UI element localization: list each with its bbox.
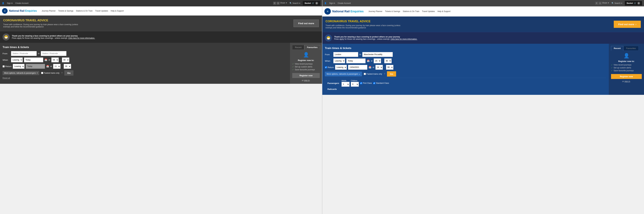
left-twitter-icon[interactable]: t (277, 2, 280, 5)
right-nav-journey-planner[interactable]: Journey Planner (368, 10, 382, 13)
left-return-hour-select[interactable]: 11 (53, 64, 60, 69)
left-search-label[interactable]: Search (292, 2, 299, 4)
left-search-chevron: ▾ (299, 2, 300, 4)
left-signin-link[interactable]: Sign in (7, 2, 13, 4)
right-fastest-help-icon[interactable]: ? (384, 73, 385, 75)
left-return-select[interactable]: Leaving Arriving (13, 64, 24, 69)
right-return-select[interactable]: Leaving Arriving (335, 65, 347, 70)
right-to-input[interactable] (362, 52, 393, 57)
right-register-icon: 👤 (611, 53, 642, 59)
left-when-select[interactable]: Leaving Arriving (11, 58, 23, 62)
right-face-link[interactable]: Click here for more information. (390, 38, 417, 40)
right-min-select[interactable]: 30 (384, 59, 392, 63)
right-check-icon-3: ✓ (611, 70, 613, 72)
left-nav-help[interactable]: Help & Support (111, 10, 124, 12)
left-main-content: Train times & tickets From to When Leavi… (0, 43, 322, 84)
right-twitter-icon[interactable]: t (599, 2, 602, 5)
right-standard-class-checkbox[interactable] (373, 82, 375, 84)
right-nav-stations[interactable]: Stations & On Train (403, 10, 419, 13)
left-hour-select[interactable]: 09 (51, 58, 59, 62)
left-min-select[interactable]: 00 (62, 58, 69, 62)
right-return-calendar-icon[interactable]: 📅 (368, 66, 371, 69)
left-facebook-icon[interactable]: f (273, 2, 276, 5)
right-from-input[interactable] (333, 52, 358, 57)
left-nav-travel-updates[interactable]: Travel Updates (95, 10, 108, 12)
right-return-colon: : (384, 66, 385, 69)
left-return-checkbox[interactable] (2, 65, 5, 67)
right-create-account-link[interactable]: Create Account (338, 2, 351, 4)
right-facebook-icon[interactable]: f (595, 2, 598, 5)
left-return-colon: : (62, 65, 62, 68)
left-tab-recent[interactable]: Recent (292, 45, 304, 50)
right-return-date[interactable] (348, 65, 367, 70)
left-find-out-btn[interactable]: Find out more (294, 20, 319, 27)
left-fastest-label[interactable]: Fastest trains only (41, 72, 59, 74)
right-tab-favourites[interactable]: Favourites (623, 46, 638, 51)
right-standard-class-label[interactable]: Standard Class (373, 82, 389, 84)
right-share-label[interactable]: Share (602, 2, 607, 5)
right-more-options-btn[interactable]: More options, railcards & passengers ▴ (325, 72, 362, 76)
right-basket-btn[interactable]: Basket 🛒 0 (625, 1, 642, 6)
right-fastest-label[interactable]: Fastest trains only (364, 73, 382, 75)
right-nav-travel-updates[interactable]: Travel Updates (422, 10, 435, 13)
left-nav-journey-planner[interactable]: Journey Planner (42, 10, 56, 12)
left-to-input[interactable] (41, 51, 66, 56)
right-signin-link[interactable]: Sign in (329, 2, 335, 4)
right-when-label: When (325, 60, 332, 62)
left-search-icon: 🔍 (290, 2, 292, 4)
right-when-date[interactable] (346, 59, 366, 63)
right-face-text: Thank you for wearing a face covering to… (334, 36, 418, 40)
left-go-btn[interactable]: Go (64, 70, 74, 76)
right-covid-text: Travel with confidence. During your jour… (326, 24, 406, 29)
right-expanded-section: Passengers Adults 1 Children 0 (325, 78, 606, 92)
right-form-title: Train times & tickets (325, 47, 606, 50)
right-tab-recent[interactable]: Recent (611, 46, 623, 51)
right-return-checkbox[interactable] (325, 66, 327, 68)
left-fastest-help-icon[interactable]: ? (61, 72, 62, 74)
right-find-out-btn[interactable]: Find out more › (614, 21, 641, 28)
right-share-chevron: ▾ (608, 2, 609, 5)
right-first-class-checkbox[interactable] (360, 82, 362, 84)
right-first-class-label[interactable]: First Class (360, 82, 372, 84)
left-return-label[interactable]: Return (2, 65, 12, 68)
right-return-min-select[interactable]: 00 (386, 65, 394, 70)
left-register-btn[interactable]: Register now (292, 73, 320, 78)
right-adults-select[interactable]: 1 (342, 82, 350, 87)
left-face-link[interactable]: Click here for more information. (68, 37, 95, 39)
right-hour-select[interactable]: 15 (374, 59, 381, 63)
left-basket-btn[interactable]: Basket 🛒 0 (303, 1, 320, 6)
left-from-input[interactable] (11, 51, 37, 56)
right-nav-tickets[interactable]: Tickets & Savings (385, 10, 400, 13)
left-share-label[interactable]: Share (280, 2, 285, 5)
left-nav-tickets[interactable]: Tickets & Savings (58, 10, 74, 12)
right-search-label[interactable]: Search (614, 2, 621, 4)
left-return-min-select[interactable]: 00 (64, 64, 71, 69)
right-calendar-icon[interactable]: 📅 (367, 60, 370, 62)
left-return-date[interactable] (26, 64, 45, 69)
right-return-label[interactable]: Return (325, 66, 334, 69)
left-when-date[interactable] (24, 58, 43, 62)
left-sign-in-link[interactable]: sign in (304, 79, 310, 82)
left-colon: : (60, 59, 61, 61)
right-children-select[interactable]: 0 (351, 82, 359, 87)
left-return-calendar-icon[interactable]: 📅 (46, 65, 49, 68)
right-when-select[interactable]: Leaving Arriving (333, 59, 345, 63)
right-sidebar: Recent Favourites 👤 Register now to: ✓ V… (609, 44, 644, 95)
right-register-btn[interactable]: Register now (611, 74, 642, 79)
left-nav-stations[interactable]: Stations & On Train (76, 10, 93, 12)
right-sign-in-link[interactable]: sign in (624, 80, 630, 83)
left-calendar-icon[interactable]: 📅 (44, 59, 47, 61)
left-reset-link[interactable]: Reset all (2, 77, 288, 79)
list-item: ✓ Save favourite journeys (611, 70, 642, 72)
left-create-account-link[interactable]: Create Account (15, 2, 28, 4)
left-tab-favourites[interactable]: Favourites (304, 45, 320, 50)
right-nav-help[interactable]: Help & Support (438, 10, 450, 13)
left-fastest-checkbox[interactable] (41, 72, 43, 74)
right-fastest-checkbox[interactable] (364, 73, 366, 75)
right-check-icon-1: ✓ (611, 64, 613, 66)
left-more-options-btn[interactable]: More options, railcards & passengers ▾ (2, 71, 39, 75)
list-item: ✓ Set up custom alerts (292, 66, 320, 68)
left-covid-title: CORONAVIRUS TRAVEL ADVICE (3, 19, 83, 22)
right-go-btn[interactable]: Go (387, 71, 396, 77)
right-return-hour-select[interactable]: 14 (376, 65, 383, 70)
